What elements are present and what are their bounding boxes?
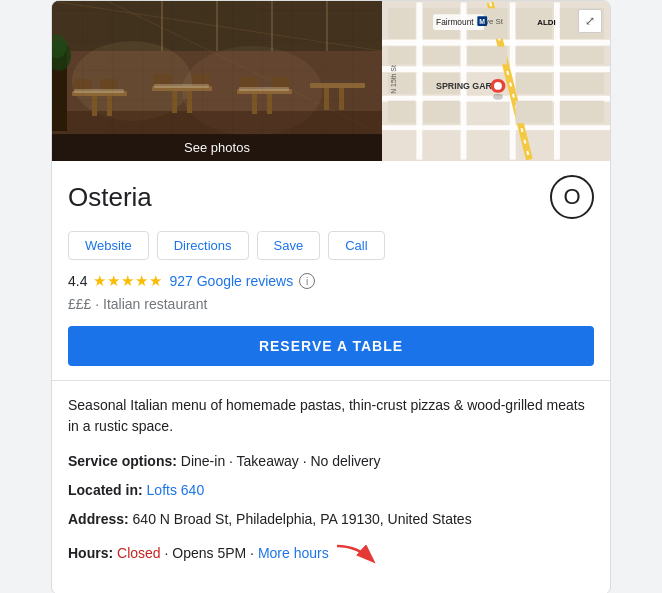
photo-section[interactable]: See photos xyxy=(52,1,382,161)
svg-rect-61 xyxy=(423,101,459,124)
svg-rect-25 xyxy=(154,74,172,86)
svg-rect-31 xyxy=(239,87,289,91)
info-icon[interactable]: i xyxy=(299,273,315,289)
svg-rect-53 xyxy=(468,47,507,65)
see-photos-bar[interactable]: See photos xyxy=(52,134,382,161)
svg-rect-59 xyxy=(560,73,604,94)
svg-rect-24 xyxy=(100,79,118,91)
svg-rect-15 xyxy=(172,91,177,113)
rating-row: 4.4 ★★★★★ 927 Google reviews i xyxy=(68,272,594,290)
svg-rect-40 xyxy=(416,2,422,159)
svg-line-2 xyxy=(52,1,382,51)
svg-rect-16 xyxy=(187,91,192,113)
price-separator: · xyxy=(95,296,103,312)
svg-text:ALDI: ALDI xyxy=(537,18,555,27)
price-range: £££ xyxy=(68,296,91,312)
address-label: Address: xyxy=(68,511,129,527)
closed-status: Closed xyxy=(117,545,161,561)
reserve-button[interactable]: RESERVE A TABLE xyxy=(68,326,594,366)
svg-rect-63 xyxy=(560,101,604,124)
title-row: Osteria O xyxy=(68,175,594,219)
svg-point-34 xyxy=(52,34,67,58)
svg-rect-39 xyxy=(382,125,610,130)
svg-point-8 xyxy=(72,41,192,121)
place-description: Seasonal Italian menu of homemade pastas… xyxy=(68,395,594,437)
svg-rect-52 xyxy=(423,47,459,65)
located-in-row: Located in: Lofts 640 xyxy=(68,480,594,501)
rating-stars: ★★★★★ xyxy=(93,272,163,290)
svg-point-33 xyxy=(52,41,71,71)
located-in-link[interactable]: Lofts 640 xyxy=(147,482,205,498)
svg-rect-23 xyxy=(74,79,92,91)
svg-rect-13 xyxy=(107,96,112,116)
svg-rect-29 xyxy=(74,89,124,93)
svg-rect-55 xyxy=(560,47,604,65)
website-button[interactable]: Website xyxy=(68,231,149,260)
map-expand-button[interactable]: ⤢ xyxy=(578,9,602,33)
svg-rect-51 xyxy=(388,47,416,65)
info-section: Osteria O Website Directions Save Call 4… xyxy=(52,161,610,366)
svg-rect-36 xyxy=(382,40,610,46)
rating-value: 4.4 xyxy=(68,273,87,289)
svg-rect-27 xyxy=(240,77,258,89)
hours-row: Hours: Closed · Opens 5PM · More hours xyxy=(68,538,594,570)
svg-rect-28 xyxy=(272,77,290,89)
place-card: See photos xyxy=(51,0,611,593)
svg-rect-14 xyxy=(152,86,212,91)
save-button[interactable]: Save xyxy=(257,231,321,260)
arrow-annotation xyxy=(337,538,397,570)
svg-text:SPRING GAR: SPRING GAR xyxy=(436,81,493,91)
svg-rect-62 xyxy=(516,101,552,124)
see-photos-label: See photos xyxy=(184,140,250,155)
reviews-link[interactable]: 927 Google reviews xyxy=(169,273,293,289)
place-logo: O xyxy=(550,175,594,219)
media-row: See photos xyxy=(52,1,610,161)
svg-text:M: M xyxy=(479,18,485,25)
svg-rect-54 xyxy=(516,47,552,65)
svg-rect-18 xyxy=(252,94,257,114)
svg-rect-20 xyxy=(310,83,365,88)
address-value: 640 N Broad St, Philadelphia, PA 19130, … xyxy=(133,511,472,527)
opens-text: · Opens 5PM · xyxy=(165,545,258,561)
svg-point-9 xyxy=(182,46,322,136)
map-section[interactable]: Olive St N 15th St SPRING GAR Fairmount … xyxy=(382,1,610,161)
service-options-value: Dine-in · Takeaway · No delivery xyxy=(181,453,381,469)
service-options-label: Service options: xyxy=(68,453,177,469)
svg-rect-26 xyxy=(192,74,210,86)
details-section: Seasonal Italian menu of homemade pastas… xyxy=(52,381,610,593)
svg-rect-46 xyxy=(388,8,416,38)
call-button[interactable]: Call xyxy=(328,231,384,260)
category-row: £££ · Italian restaurant xyxy=(68,296,594,312)
directions-button[interactable]: Directions xyxy=(157,231,249,260)
svg-rect-22 xyxy=(339,88,344,110)
category-label: Italian restaurant xyxy=(103,296,207,312)
located-in-label: Located in: xyxy=(68,482,143,498)
svg-rect-19 xyxy=(267,94,272,114)
place-title: Osteria xyxy=(68,182,152,213)
hours-label: Hours: xyxy=(68,545,113,561)
svg-rect-37 xyxy=(382,66,610,72)
svg-rect-17 xyxy=(237,89,292,94)
svg-point-73 xyxy=(494,82,502,90)
service-options-row: Service options: Dine-in · Takeaway · No… xyxy=(68,451,594,472)
svg-rect-11 xyxy=(72,91,127,96)
svg-point-72 xyxy=(493,94,503,100)
address-row: Address: 640 N Broad St, Philadelphia, P… xyxy=(68,509,594,530)
svg-rect-60 xyxy=(388,101,416,124)
more-hours-link[interactable]: More hours xyxy=(258,545,329,561)
svg-rect-1 xyxy=(52,1,382,51)
svg-text:N 15th St: N 15th St xyxy=(390,65,397,94)
svg-text:Fairmount: Fairmount xyxy=(436,17,474,27)
action-buttons: Website Directions Save Call xyxy=(68,231,594,260)
svg-rect-58 xyxy=(516,73,552,94)
svg-rect-21 xyxy=(324,88,329,110)
svg-rect-30 xyxy=(154,84,209,88)
svg-rect-32 xyxy=(52,51,67,131)
svg-rect-12 xyxy=(92,96,97,116)
